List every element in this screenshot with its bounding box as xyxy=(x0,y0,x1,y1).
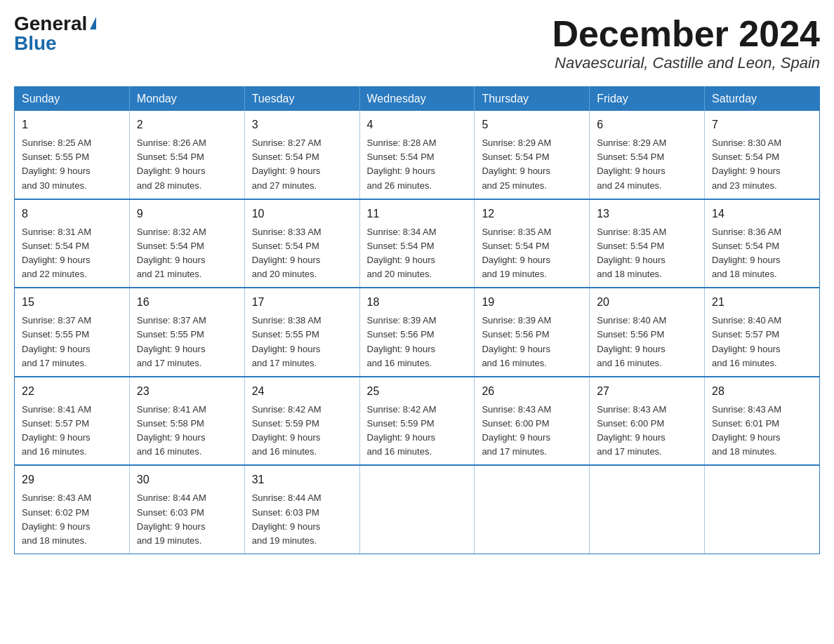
day-info: Sunrise: 8:39 AM Sunset: 5:56 PM Dayligh… xyxy=(482,314,582,370)
header-sunday: Sunday xyxy=(15,87,130,112)
table-row: 9 Sunrise: 8:32 AM Sunset: 5:54 PM Dayli… xyxy=(129,199,244,288)
calendar-week-2: 8 Sunrise: 8:31 AM Sunset: 5:54 PM Dayli… xyxy=(15,199,820,288)
table-row xyxy=(705,465,820,554)
day-number: 23 xyxy=(137,383,237,400)
day-number: 7 xyxy=(712,116,812,133)
page-header: General Blue December 2024 Navaescurial,… xyxy=(14,14,820,72)
header-monday: Monday xyxy=(129,87,244,112)
day-number: 10 xyxy=(252,206,352,222)
day-number: 13 xyxy=(597,206,697,222)
day-number: 9 xyxy=(137,206,237,222)
day-info: Sunrise: 8:41 AM Sunset: 5:57 PM Dayligh… xyxy=(22,403,122,459)
day-number: 29 xyxy=(22,471,122,488)
day-number: 28 xyxy=(712,383,812,400)
day-number: 30 xyxy=(137,471,237,488)
day-number: 27 xyxy=(597,383,697,400)
day-number: 5 xyxy=(482,116,582,133)
day-info: Sunrise: 8:34 AM Sunset: 5:54 PM Dayligh… xyxy=(367,225,468,282)
day-number: 16 xyxy=(137,294,237,311)
logo[interactable]: General Blue xyxy=(14,14,96,53)
table-row: 27 Sunrise: 8:43 AM Sunset: 6:00 PM Dayl… xyxy=(590,377,705,466)
day-number: 17 xyxy=(252,294,352,311)
table-row: 24 Sunrise: 8:42 AM Sunset: 5:59 PM Dayl… xyxy=(244,377,359,466)
table-row: 8 Sunrise: 8:31 AM Sunset: 5:54 PM Dayli… xyxy=(15,199,130,288)
day-number: 24 xyxy=(252,383,352,400)
table-row: 31 Sunrise: 8:44 AM Sunset: 6:03 PM Dayl… xyxy=(244,465,359,554)
day-info: Sunrise: 8:29 AM Sunset: 5:54 PM Dayligh… xyxy=(597,136,697,193)
day-number: 20 xyxy=(597,294,697,311)
day-info: Sunrise: 8:42 AM Sunset: 5:59 PM Dayligh… xyxy=(367,403,468,459)
day-info: Sunrise: 8:27 AM Sunset: 5:54 PM Dayligh… xyxy=(252,136,352,193)
table-row: 2 Sunrise: 8:26 AM Sunset: 5:54 PM Dayli… xyxy=(129,111,244,199)
day-number: 18 xyxy=(367,294,468,311)
table-row xyxy=(590,465,705,554)
title-section: December 2024 Navaescurial, Castille and… xyxy=(552,14,820,72)
day-info: Sunrise: 8:33 AM Sunset: 5:54 PM Dayligh… xyxy=(252,225,352,282)
table-row: 25 Sunrise: 8:42 AM Sunset: 5:59 PM Dayl… xyxy=(359,377,475,466)
day-number: 19 xyxy=(482,294,582,311)
day-info: Sunrise: 8:39 AM Sunset: 5:56 PM Dayligh… xyxy=(367,314,468,370)
table-row: 18 Sunrise: 8:39 AM Sunset: 5:56 PM Dayl… xyxy=(359,288,475,377)
table-row: 12 Sunrise: 8:35 AM Sunset: 5:54 PM Dayl… xyxy=(475,199,590,288)
day-info: Sunrise: 8:42 AM Sunset: 5:59 PM Dayligh… xyxy=(252,403,352,459)
logo-triangle-icon xyxy=(90,17,96,29)
day-info: Sunrise: 8:43 AM Sunset: 6:00 PM Dayligh… xyxy=(597,403,697,459)
table-row: 4 Sunrise: 8:28 AM Sunset: 5:54 PM Dayli… xyxy=(359,111,475,199)
day-number: 3 xyxy=(252,116,352,133)
table-row: 19 Sunrise: 8:39 AM Sunset: 5:56 PM Dayl… xyxy=(475,288,590,377)
day-info: Sunrise: 8:43 AM Sunset: 6:00 PM Dayligh… xyxy=(482,403,582,459)
calendar-week-5: 29 Sunrise: 8:43 AM Sunset: 6:02 PM Dayl… xyxy=(15,465,820,554)
header-saturday: Saturday xyxy=(705,87,820,112)
logo-general-text: General xyxy=(14,14,87,34)
table-row: 21 Sunrise: 8:40 AM Sunset: 5:57 PM Dayl… xyxy=(705,288,820,377)
day-info: Sunrise: 8:35 AM Sunset: 5:54 PM Dayligh… xyxy=(597,225,697,282)
day-number: 15 xyxy=(22,294,122,311)
location-subtitle: Navaescurial, Castille and Leon, Spain xyxy=(552,54,820,72)
day-info: Sunrise: 8:29 AM Sunset: 5:54 PM Dayligh… xyxy=(482,136,582,193)
table-row: 1 Sunrise: 8:25 AM Sunset: 5:55 PM Dayli… xyxy=(15,111,130,199)
table-row: 16 Sunrise: 8:37 AM Sunset: 5:55 PM Dayl… xyxy=(129,288,244,377)
header-friday: Friday xyxy=(590,87,705,112)
header-wednesday: Wednesday xyxy=(359,87,475,112)
day-number: 4 xyxy=(367,116,468,133)
day-info: Sunrise: 8:41 AM Sunset: 5:58 PM Dayligh… xyxy=(137,403,237,459)
day-number: 1 xyxy=(22,116,122,133)
month-year-title: December 2024 xyxy=(552,14,820,54)
day-info: Sunrise: 8:28 AM Sunset: 5:54 PM Dayligh… xyxy=(367,136,468,193)
table-row: 23 Sunrise: 8:41 AM Sunset: 5:58 PM Dayl… xyxy=(129,377,244,466)
day-number: 2 xyxy=(137,116,237,133)
day-number: 6 xyxy=(597,116,697,133)
header-thursday: Thursday xyxy=(475,87,590,112)
day-info: Sunrise: 8:44 AM Sunset: 6:03 PM Dayligh… xyxy=(137,491,237,548)
table-row: 30 Sunrise: 8:44 AM Sunset: 6:03 PM Dayl… xyxy=(129,465,244,554)
table-row: 7 Sunrise: 8:30 AM Sunset: 5:54 PM Dayli… xyxy=(705,111,820,199)
calendar-week-1: 1 Sunrise: 8:25 AM Sunset: 5:55 PM Dayli… xyxy=(15,111,820,199)
day-info: Sunrise: 8:40 AM Sunset: 5:57 PM Dayligh… xyxy=(712,314,812,370)
day-info: Sunrise: 8:35 AM Sunset: 5:54 PM Dayligh… xyxy=(482,225,582,282)
day-number: 12 xyxy=(482,206,582,222)
day-info: Sunrise: 8:25 AM Sunset: 5:55 PM Dayligh… xyxy=(22,136,122,193)
day-number: 25 xyxy=(367,383,468,400)
table-row: 15 Sunrise: 8:37 AM Sunset: 5:55 PM Dayl… xyxy=(15,288,130,377)
day-number: 8 xyxy=(22,206,122,222)
day-info: Sunrise: 8:32 AM Sunset: 5:54 PM Dayligh… xyxy=(137,225,237,282)
day-info: Sunrise: 8:40 AM Sunset: 5:56 PM Dayligh… xyxy=(597,314,697,370)
table-row xyxy=(475,465,590,554)
table-row: 22 Sunrise: 8:41 AM Sunset: 5:57 PM Dayl… xyxy=(15,377,130,466)
table-row: 14 Sunrise: 8:36 AM Sunset: 5:54 PM Dayl… xyxy=(705,199,820,288)
calendar-week-3: 15 Sunrise: 8:37 AM Sunset: 5:55 PM Dayl… xyxy=(15,288,820,377)
day-info: Sunrise: 8:36 AM Sunset: 5:54 PM Dayligh… xyxy=(712,225,812,282)
calendar-header-row: Sunday Monday Tuesday Wednesday Thursday… xyxy=(15,87,820,112)
day-info: Sunrise: 8:44 AM Sunset: 6:03 PM Dayligh… xyxy=(252,491,352,548)
day-number: 14 xyxy=(712,206,812,222)
header-tuesday: Tuesday xyxy=(244,87,359,112)
day-info: Sunrise: 8:26 AM Sunset: 5:54 PM Dayligh… xyxy=(137,136,237,193)
day-info: Sunrise: 8:38 AM Sunset: 5:55 PM Dayligh… xyxy=(252,314,352,370)
day-info: Sunrise: 8:43 AM Sunset: 6:02 PM Dayligh… xyxy=(22,491,122,548)
table-row: 10 Sunrise: 8:33 AM Sunset: 5:54 PM Dayl… xyxy=(244,199,359,288)
table-row: 11 Sunrise: 8:34 AM Sunset: 5:54 PM Dayl… xyxy=(359,199,475,288)
table-row: 26 Sunrise: 8:43 AM Sunset: 6:00 PM Dayl… xyxy=(475,377,590,466)
table-row xyxy=(359,465,475,554)
table-row: 13 Sunrise: 8:35 AM Sunset: 5:54 PM Dayl… xyxy=(590,199,705,288)
day-number: 26 xyxy=(482,383,582,400)
